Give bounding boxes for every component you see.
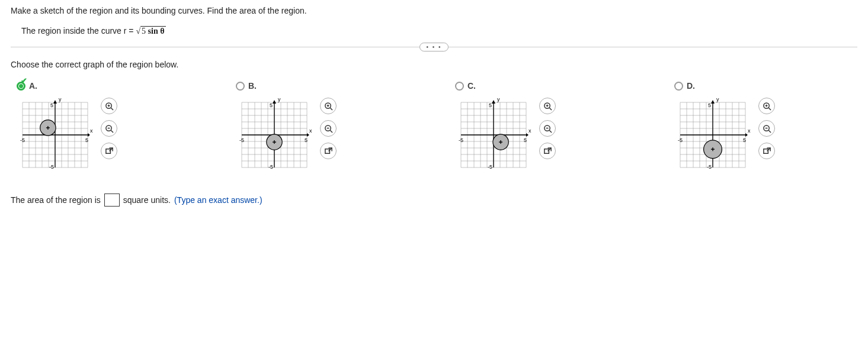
svg-text:-5: -5 (20, 137, 25, 143)
graph-A: yx5-55-5 (17, 96, 94, 173)
svg-marker-157 (711, 100, 715, 104)
svg-marker-113 (492, 100, 495, 104)
svg-line-128 (549, 130, 552, 133)
svg-marker-25 (53, 100, 57, 104)
sub-prefix: The region inside the curve r = (21, 26, 136, 36)
svg-text:x: x (529, 128, 531, 134)
popout-icon[interactable] (539, 143, 556, 159)
zoom-in-icon[interactable] (101, 98, 117, 114)
question-main: Make a sketch of the region and its boun… (11, 6, 857, 15)
svg-text:5: 5 (489, 102, 492, 108)
popout-icon[interactable] (758, 143, 775, 159)
svg-text:5: 5 (708, 102, 711, 108)
answer-row: The area of the region is square units. … (11, 194, 857, 207)
choice-B: B.yx5-55-5 (236, 81, 337, 173)
sqrt-expression: 5 sin θ (136, 27, 165, 36)
radio-B[interactable] (236, 82, 245, 91)
svg-text:5: 5 (50, 102, 53, 108)
popout-icon[interactable] (101, 143, 117, 159)
svg-line-43 (109, 147, 113, 151)
svg-text:-5: -5 (459, 137, 463, 143)
choice-label: A. (29, 81, 37, 91)
choice-A: ✔A.yx5-55-5 (17, 81, 117, 173)
svg-text:y: y (716, 96, 719, 102)
svg-text:y: y (278, 96, 281, 102)
svg-line-175 (767, 147, 770, 151)
choose-prompt: Choose the correct graph of the region b… (11, 60, 857, 69)
choice-C: C.yx5-55-5 (455, 81, 556, 173)
svg-text:x: x (748, 128, 751, 134)
graph-B: yx5-55-5 (236, 96, 313, 173)
popout-icon[interactable] (320, 143, 337, 159)
svg-text:5: 5 (305, 137, 308, 143)
svg-text:-5: -5 (268, 164, 273, 170)
svg-text:5: 5 (270, 102, 273, 108)
radio-D[interactable] (674, 82, 683, 91)
expand-button[interactable]: • • • (419, 43, 448, 51)
svg-line-124 (549, 108, 552, 110)
zoom-in-icon[interactable] (320, 98, 337, 114)
zoom-out-icon[interactable] (101, 120, 117, 137)
answer-prefix: The area of the region is (11, 195, 101, 205)
choice-D: D.yx5-55-5 (674, 81, 775, 173)
choice-label: B. (248, 81, 257, 91)
check-mark-icon: ✔ (21, 76, 27, 85)
svg-line-36 (111, 108, 113, 110)
choices-row: ✔A.yx5-55-5B.yx5-55-5C.yx5-55-5D.yx5-55-… (17, 81, 857, 173)
svg-text:5: 5 (743, 137, 746, 143)
svg-text:y: y (59, 96, 62, 102)
svg-line-84 (330, 130, 332, 133)
svg-line-80 (330, 108, 332, 110)
choice-label: C. (467, 81, 476, 91)
svg-text:5: 5 (524, 137, 527, 143)
choice-label: D. (687, 81, 695, 91)
svg-line-131 (547, 147, 551, 151)
radio-A[interactable]: ✔ (17, 82, 25, 91)
svg-marker-69 (273, 100, 276, 104)
svg-line-87 (328, 147, 332, 151)
svg-line-40 (111, 130, 113, 133)
zoom-out-icon[interactable] (320, 120, 337, 137)
zoom-out-icon[interactable] (539, 120, 556, 137)
answer-input[interactable] (104, 194, 120, 207)
answer-suffix: square units. (123, 195, 171, 205)
svg-text:-5: -5 (678, 137, 683, 143)
answer-hint: (Type an exact answer.) (174, 195, 262, 205)
sqrt-value: 5 (142, 27, 146, 36)
sqrt-after: sin θ (148, 27, 165, 36)
question-sub: The region inside the curve r = 5 sin θ (21, 26, 857, 36)
svg-line-172 (768, 130, 771, 133)
svg-text:-5: -5 (707, 164, 712, 170)
radio-C[interactable] (455, 82, 464, 91)
zoom-in-icon[interactable] (758, 98, 775, 114)
svg-text:x: x (90, 128, 93, 134)
svg-text:-5: -5 (488, 164, 492, 170)
zoom-out-icon[interactable] (758, 120, 775, 137)
svg-line-168 (768, 108, 771, 110)
svg-text:-5: -5 (239, 137, 244, 143)
svg-text:-5: -5 (49, 164, 54, 170)
svg-text:y: y (497, 96, 500, 102)
svg-text:5: 5 (85, 137, 88, 143)
graph-D: yx5-55-5 (674, 96, 751, 173)
zoom-in-icon[interactable] (539, 98, 556, 114)
graph-C: yx5-55-5 (455, 96, 532, 173)
svg-text:x: x (309, 128, 312, 134)
